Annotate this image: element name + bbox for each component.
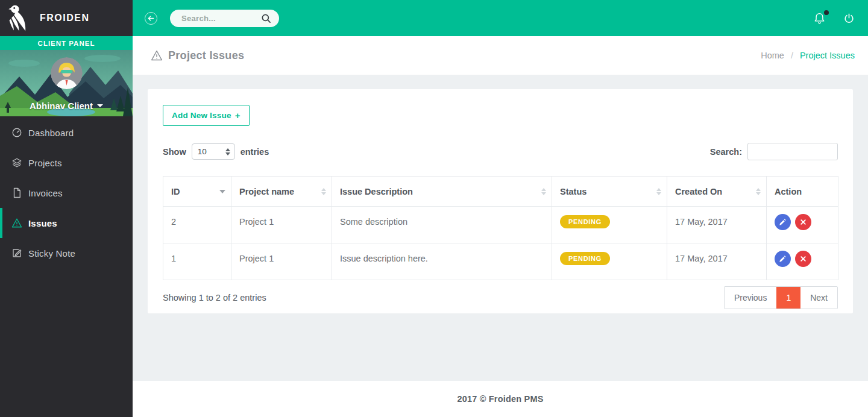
page-length-value: 10 xyxy=(198,147,207,156)
sidebar-item-issues[interactable]: Issues xyxy=(0,208,133,238)
column-header-created-on[interactable]: Created On xyxy=(667,177,767,207)
sidebar-item-label: Issues xyxy=(28,218,57,228)
table-controls: Show 10 entries Search: xyxy=(163,143,838,160)
status-badge: PENDING xyxy=(560,215,610,228)
table-search-control: Search: xyxy=(710,143,838,160)
pencil-icon xyxy=(779,218,787,226)
cell-project: Project 1 xyxy=(231,207,332,243)
sort-both-icon xyxy=(656,188,661,195)
table-row: 1 Project 1 Issue description here. PEND… xyxy=(163,243,838,280)
page-length-select[interactable]: 10 xyxy=(192,143,235,160)
show-label: Show xyxy=(163,147,186,157)
table-header-row: ID Project name Issue Description S xyxy=(163,177,838,207)
page-title-text: Project Issues xyxy=(168,49,244,62)
table-row: 2 Project 1 Some description PENDING 17 … xyxy=(163,207,838,243)
breadcrumb-separator: / xyxy=(791,51,793,60)
avatar[interactable] xyxy=(51,57,83,89)
pagination-page-1-button[interactable]: 1 xyxy=(776,287,800,309)
sidebar-item-dashboard[interactable]: Dashboard xyxy=(0,118,133,148)
add-new-issue-button[interactable]: Add New Issue + xyxy=(163,105,250,126)
logout-button[interactable] xyxy=(843,13,855,24)
column-header-id[interactable]: ID xyxy=(163,177,231,207)
table-search-input[interactable] xyxy=(747,143,838,160)
cell-status: PENDING xyxy=(552,207,667,243)
column-header-action: Action xyxy=(767,177,838,207)
client-panel-label: CLIENT PANEL xyxy=(38,40,95,47)
brand-name: FROIDEN xyxy=(40,13,90,24)
table-search-label: Search: xyxy=(710,147,742,157)
notifications-button[interactable] xyxy=(813,12,826,25)
sidebar-item-projects[interactable]: Projects xyxy=(0,148,133,178)
power-icon xyxy=(843,13,855,24)
pencil-icon xyxy=(779,255,787,263)
cell-id: 1 xyxy=(163,243,231,280)
breadcrumb-home-link[interactable]: Home xyxy=(761,51,784,60)
brand-logo: FROIDEN xyxy=(0,0,133,36)
chevron-down-icon xyxy=(97,104,103,107)
topbar-actions xyxy=(813,12,855,25)
arrow-left-icon xyxy=(148,15,154,22)
topbar xyxy=(133,0,868,36)
notification-badge-dot xyxy=(824,10,829,15)
warning-triangle-icon xyxy=(151,49,163,61)
breadcrumb-current: Project Issues xyxy=(800,51,855,60)
profile-section: Abhinav Client xyxy=(0,50,133,116)
sidebar-item-label: Sticky Note xyxy=(28,248,75,259)
global-search-input[interactable] xyxy=(170,14,261,23)
app-root: FROIDEN CLIENT PANEL xyxy=(0,0,868,417)
table-info: Showing 1 to 2 of 2 entries xyxy=(163,293,266,303)
page-header: Project Issues Home / Project Issues xyxy=(133,36,868,75)
cell-created: 17 May, 2017 xyxy=(667,243,767,280)
sidebar-item-label: Invoices xyxy=(28,188,63,198)
cell-action xyxy=(767,243,838,280)
sidebar-item-invoices[interactable]: Invoices xyxy=(0,178,133,208)
sort-both-icon xyxy=(756,188,761,195)
sort-both-icon xyxy=(321,188,326,195)
cross-icon xyxy=(800,219,807,225)
footer-text: 2017 © Froiden PMS xyxy=(457,394,543,404)
edit-note-icon xyxy=(11,248,22,259)
edit-issue-button[interactable] xyxy=(775,251,791,267)
plus-icon: + xyxy=(235,110,241,121)
status-badge: PENDING xyxy=(560,252,610,265)
cell-action xyxy=(767,207,838,243)
cross-icon xyxy=(800,256,807,262)
delete-issue-button[interactable] xyxy=(795,214,811,230)
warning-triangle-icon xyxy=(11,218,22,228)
search-icon[interactable] xyxy=(261,13,271,24)
column-header-status[interactable]: Status xyxy=(552,177,667,207)
add-new-issue-label: Add New Issue xyxy=(172,111,231,120)
entries-label: entries xyxy=(241,147,269,157)
select-stepper-icon xyxy=(225,148,230,155)
bird-logo-icon xyxy=(8,4,33,32)
cell-created: 17 May, 2017 xyxy=(667,207,767,243)
content-area: Add New Issue + Show 10 entries Search: xyxy=(133,75,868,381)
pagination: Previous 1 Next xyxy=(724,286,838,309)
page-footer: 2017 © Froiden PMS xyxy=(133,381,868,417)
issues-card: Add New Issue + Show 10 entries Search: xyxy=(148,89,853,313)
sidebar-menu: Dashboard Projects Invoices Issues xyxy=(0,116,133,268)
issues-table: ID Project name Issue Description S xyxy=(163,176,838,280)
user-name: Abhinav Client xyxy=(30,101,93,111)
edit-issue-button[interactable] xyxy=(775,214,791,230)
global-search xyxy=(170,10,279,27)
file-icon xyxy=(11,187,22,198)
sidebar-item-label: Dashboard xyxy=(28,128,74,138)
breadcrumb: Home / Project Issues xyxy=(761,51,855,60)
sidebar-item-sticky-note[interactable]: Sticky Note xyxy=(0,238,133,268)
sidebar: FROIDEN CLIENT PANEL xyxy=(0,0,133,417)
sort-both-icon xyxy=(541,188,546,195)
pagination-previous-button[interactable]: Previous xyxy=(725,287,776,309)
column-header-project-name[interactable]: Project name xyxy=(231,177,332,207)
delete-issue-button[interactable] xyxy=(795,251,811,267)
column-header-issue-description[interactable]: Issue Description xyxy=(332,177,552,207)
layers-icon xyxy=(11,157,22,168)
cell-project: Project 1 xyxy=(231,243,332,280)
cell-description: Some description xyxy=(332,207,552,243)
speedometer-icon xyxy=(11,127,22,138)
page-length-control: Show 10 entries xyxy=(163,143,269,160)
sidebar-collapse-button[interactable] xyxy=(145,12,157,25)
user-menu-toggle[interactable]: Abhinav Client xyxy=(0,101,133,111)
pagination-next-button[interactable]: Next xyxy=(800,287,837,309)
sort-desc-icon xyxy=(219,190,225,193)
